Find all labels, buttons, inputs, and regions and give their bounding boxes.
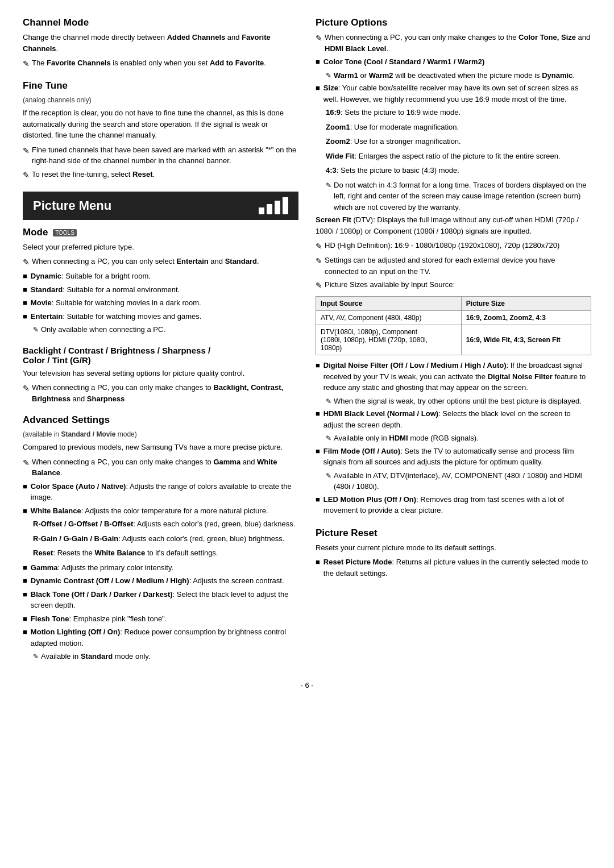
channel-mode-title: Channel Mode — [23, 17, 298, 28]
sizes-note: ✎ Picture Sizes available by Input Sourc… — [316, 279, 591, 292]
note-icon-2: ✎ — [23, 145, 30, 157]
table-header-input: Input Source — [316, 297, 462, 311]
fine-tune-subtitle: (analog channels only) — [23, 95, 298, 105]
channel-mode-note1: ✎ The Favorite Channels is enabled only … — [23, 57, 298, 70]
table-cell-input1: ATV, AV, Component (480i, 480p) — [316, 311, 462, 325]
picture-options-title: Picture Options — [316, 17, 591, 28]
wb-gain-detail: R-Gain / G-Gain / B-Gain: Adjusts each c… — [33, 533, 298, 545]
po-bullet-filmmode: ■ Film Mode (Off / Auto): Sets the TV to… — [316, 446, 591, 468]
adv-bullet-dyncontrast: ■ Dynamic Contrast (Off / Low / Medium /… — [23, 575, 298, 587]
adv-bullet-motionlighting: ■ Motion Lighting (Off / On): Reduce pow… — [23, 626, 298, 649]
picture-menu-banner: Picture Menu — [23, 192, 298, 220]
input-source-table: Input Source Picture Size ATV, AV, Compo… — [316, 296, 591, 355]
channel-mode-para1: Change the channel mode directly between… — [23, 32, 298, 54]
bullet-icon-16: ■ — [316, 446, 320, 457]
dnf-subnote: ✎ When the signal is weak, try other opt… — [326, 396, 591, 407]
note-icon-12: ✎ — [316, 240, 322, 252]
bullet-icon-14: ■ — [316, 360, 320, 371]
size-43: 4:3: Sets the picture to basic (4:3) mod… — [326, 165, 591, 176]
adv-bullet-wb: ■ White Balance: Adjusts the color tempe… — [23, 505, 298, 517]
mode-sub-note1: ✎ Only available when connecting a PC. — [33, 324, 298, 335]
table-cell-input2: DTV(1080i, 1080p), Component(1080i, 1080… — [316, 325, 462, 355]
mode-bullet-dynamic: ■ Dynamic: Suitable for a bright room. — [23, 271, 298, 282]
note-icon-9: ✎ — [316, 32, 322, 44]
table-cell-size1: 16:9, Zoom1, Zoom2, 4:3 — [461, 311, 591, 325]
note-icon-4: ✎ — [23, 256, 30, 268]
bar3 — [275, 201, 280, 214]
backlight-title: Backlight / Contrast / Brightness / Shar… — [23, 346, 298, 365]
note-icon-10: ✎ — [326, 70, 331, 81]
fine-tune-note2: ✎ To reset the fine-tuning, select Reset… — [23, 169, 298, 181]
backlight-note1: ✎ When connecting a PC, you can only mak… — [23, 382, 298, 404]
mode-sub-note-text: Only available when connecting a PC. — [41, 324, 165, 335]
note-icon-3: ✎ — [23, 169, 30, 181]
pr-bullet-resetmode: ■ Reset Picture Mode: Returns all pictur… — [316, 556, 591, 579]
bullet-icon-12: ■ — [316, 56, 320, 68]
adv-bullet-blacktone: ■ Black Tone (Off / Dark / Darker / Dark… — [23, 589, 298, 611]
bullet-icon-8: ■ — [23, 575, 27, 587]
advanced-settings-title: Advanced Settings — [23, 414, 298, 426]
hd-note: ✎ HD (High Definition): 16:9 - 1080i/108… — [316, 240, 591, 252]
size-widefit: Wide Fit: Enlarges the aspect ratio of t… — [326, 151, 591, 162]
mode-bullet-movie: ■ Movie: Suitable for watching movies in… — [23, 297, 298, 309]
picture-reset-title: Picture Reset — [316, 528, 591, 539]
fine-tune-title: Fine Tune — [23, 80, 298, 92]
advanced-note1: ✎ When connecting a PC, you can only mak… — [23, 456, 298, 479]
po-bullet-size: ■ Size: Your cable box/satellite receive… — [316, 82, 591, 105]
right-column: Picture Options ✎ When connecting a PC, … — [316, 17, 591, 664]
note-icon-5: ✎ — [33, 325, 39, 335]
po-bullet-colortone: ■ Color Tone (Cool / Standard / Warm1 / … — [316, 56, 591, 68]
wb-reset-detail: Reset: Resets the White Balance to it's … — [33, 547, 298, 559]
po-bullet-dnf: ■ Digital Noise Filter (Off / Low / Medi… — [316, 360, 591, 393]
bullet-icon-3: ■ — [23, 297, 27, 309]
note-icon-15: ✎ — [326, 396, 331, 406]
note-icon-13: ✎ — [316, 255, 322, 267]
fine-tune-note1: ✎ Fine tuned channels that have been sav… — [23, 144, 298, 167]
bullet-icon-11: ■ — [23, 626, 27, 638]
note-icon-8: ✎ — [33, 651, 39, 662]
bullet-icon-2: ■ — [23, 284, 27, 296]
note-icon-6: ✎ — [23, 383, 30, 394]
bullet-icon-4: ■ — [23, 311, 27, 322]
fine-tune-para1: If the reception is clear, you do not ha… — [23, 107, 298, 141]
page-number: - 6 - — [23, 681, 591, 690]
adv-sub-note1: ✎ Available in Standard mode only. — [33, 651, 298, 662]
mode-bullet-entertain: ■ Entertain: Suitable for watching movie… — [23, 311, 298, 322]
bullet-icon: ■ — [23, 271, 27, 282]
bullet-icon-6: ■ — [23, 505, 27, 517]
bullet-icon-7: ■ — [23, 562, 27, 574]
bullet-icon-18: ■ — [316, 556, 320, 568]
bullet-icon-5: ■ — [23, 481, 27, 492]
note-icon-14: ✎ — [316, 280, 322, 292]
bullet-icon-15: ■ — [316, 408, 320, 420]
note-icon: ✎ — [23, 58, 30, 70]
table-header-size: Picture Size — [461, 297, 591, 311]
advanced-settings-para1: Compared to previous models, new Samsung… — [23, 442, 298, 453]
po-43-subnote: ✎ Do not watch in 4:3 format for a long … — [326, 180, 591, 213]
mode-para1: Select your preferred picture type. — [23, 242, 298, 253]
mode-title: Mode TOOLS — [23, 227, 77, 238]
adv-bullet-fleshtone: ■ Flesh Tone: Emphasize pink "flesh tone… — [23, 613, 298, 625]
picture-menu-title: Picture Menu — [33, 198, 111, 213]
size-zoom1: Zoom1: Use for moderate magnification. — [326, 122, 591, 133]
bar2 — [267, 204, 272, 214]
po-bullet-led: ■ LED Motion Plus (Off / On): Removes dr… — [316, 494, 591, 516]
banner-bars — [259, 197, 288, 214]
size-169: 16:9: Sets the picture to 16:9 wide mode… — [326, 107, 591, 118]
po-colortone-subnote: ✎ Warm1 or Warm2 will be deactivated whe… — [326, 70, 591, 81]
note-icon-11: ✎ — [326, 180, 331, 190]
bullet-icon-9: ■ — [23, 589, 27, 600]
bar4 — [283, 197, 288, 214]
bar1 — [259, 207, 264, 214]
left-column: Channel Mode Change the channel mode dir… — [23, 17, 298, 664]
backlight-para1: Your television has several setting opti… — [23, 368, 298, 379]
bullet-icon-10: ■ — [23, 613, 27, 625]
hbl-subnote: ✎ Available only in HDMI mode (RGB signa… — [326, 433, 591, 444]
filmmode-subnote: ✎ Available in ATV, DTV(interlace), AV, … — [326, 470, 591, 492]
adv-bullet-gamma: ■ Gamma: Adjusts the primary color inten… — [23, 562, 298, 574]
table-row-2: DTV(1080i, 1080p), Component(1080i, 1080… — [316, 325, 591, 355]
picture-reset-para1: Resets your current picture mode to its … — [316, 542, 591, 554]
advanced-settings-subtitle: (available in Standard / Movie mode) — [23, 429, 298, 439]
screen-fit-text: Screen Fit (DTV): Displays the full imag… — [316, 214, 591, 236]
size-zoom2: Zoom2: Use for a stronger magnification. — [326, 136, 591, 147]
